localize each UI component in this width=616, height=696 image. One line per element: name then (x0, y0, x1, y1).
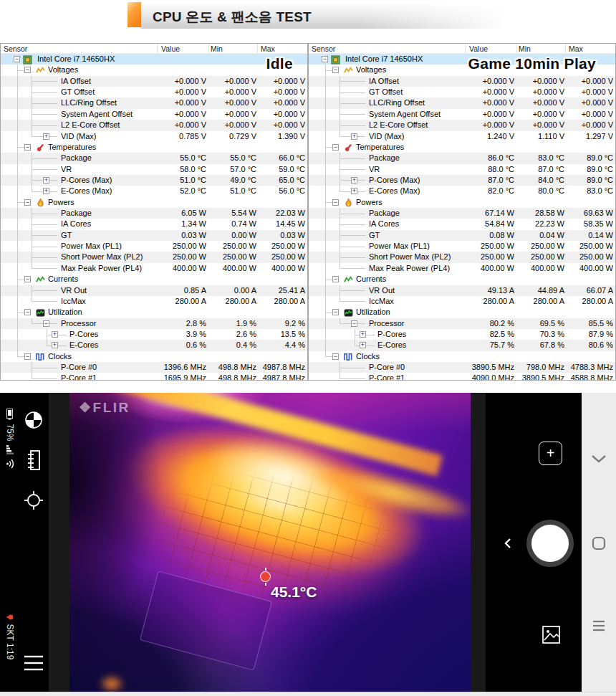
nav-recents-button[interactable] (582, 620, 616, 631)
sensor-row[interactable]: VR88.0 °C87.0 °C89.0 °C (309, 164, 615, 175)
col-divider[interactable] (208, 44, 209, 53)
sensor-row[interactable]: L2 E-Core Offset+0.000 V+0.000 V+0.000 V (309, 120, 615, 130)
expand-icon[interactable]: + (351, 133, 357, 140)
expand-icon[interactable]: + (351, 188, 357, 194)
sensor-row[interactable]: +VID (Max)0.785 V0.729 V1.390 V (1, 131, 307, 142)
sensor-row[interactable]: +P-Cores3.9 %2.6 %13.5 % (1, 329, 307, 340)
collapse-icon[interactable]: − (14, 56, 20, 62)
sensor-row[interactable]: −Clocks (309, 351, 615, 362)
menu-button[interactable] (24, 655, 43, 674)
sensor-row[interactable]: IA Offset+0.000 V+0.000 V+0.000 V (309, 76, 615, 87)
sensor-row[interactable]: −Utilization (1, 307, 307, 318)
sensor-row[interactable]: GT Offset+0.000 V+0.000 V+0.000 V (309, 87, 615, 97)
sensor-row[interactable]: IccMax280.00 A280.00 A280.00 A (309, 296, 615, 307)
sensor-row[interactable]: IA Offset+0.000 V+0.000 V+0.000 V (1, 76, 307, 87)
sensor-row[interactable]: P-Core #03890.5 MHz798.0 MHz4788.3 MHz (309, 362, 615, 373)
sensor-row[interactable]: System Agent Offset+0.000 V+0.000 V+0.00… (309, 109, 615, 120)
sensor-row[interactable]: +E-Cores0.6 %0.4 %4.4 % (1, 340, 307, 351)
nav-home-button[interactable] (582, 536, 616, 550)
sensor-row[interactable]: GT0.03 W0.00 W0.03 W (1, 230, 307, 241)
sensor-row[interactable]: Power Max (PL1)250.00 W250.00 W250.00 W (309, 241, 615, 252)
col-value[interactable]: Value (469, 44, 488, 53)
sensor-row[interactable]: +E-Cores (Max)52.0 °C51.0 °C56.0 °C (1, 186, 307, 196)
sensor-row[interactable]: −Powers (309, 197, 615, 208)
sensor-row[interactable]: +P-Cores (Max)51.0 °C49.0 °C65.0 °C (1, 175, 307, 186)
sensor-row[interactable]: System Agent Offset+0.000 V+0.000 V+0.00… (1, 109, 307, 120)
sensor-row[interactable]: Power Max (PL1)250.00 W250.00 W250.00 W (1, 241, 307, 252)
collapse-icon[interactable]: − (332, 276, 339, 282)
sensor-row[interactable]: P-Core #11695.9 MHz498.8 MHz4987.8 MHz (1, 373, 307, 380)
sensor-row[interactable]: +E-Cores75.7 %67.8 %80.6 % (309, 340, 615, 351)
col-divider[interactable] (157, 44, 158, 53)
collapse-icon[interactable]: − (24, 309, 31, 315)
sensor-row[interactable]: P-Core #14090.0 MHz3890.5 MHz4588.8 MHz (309, 373, 615, 380)
sensor-row[interactable]: Package67.14 W28.58 W69.63 W (309, 208, 615, 219)
col-max[interactable]: Max (261, 44, 275, 53)
sensor-row[interactable]: LLC/Ring Offset+0.000 V+0.000 V+0.000 V (309, 97, 615, 108)
sensor-row[interactable]: Package86.0 °C83.0 °C89.0 °C (309, 153, 615, 163)
sensor-row[interactable]: −Temperatures (1, 142, 307, 153)
sensor-row[interactable]: +P-Cores82.5 %70.3 %87.9 % (309, 329, 615, 340)
sensor-row[interactable]: +VID (Max)1.240 V1.110 V1.297 V (309, 131, 615, 142)
shutter-button[interactable] (526, 520, 574, 567)
measure-scale-button[interactable] (26, 449, 42, 474)
col-sensor[interactable]: Sensor (312, 44, 335, 53)
collapse-icon[interactable]: − (332, 67, 339, 73)
sensor-row[interactable]: −Currents (309, 274, 615, 285)
gallery-button[interactable] (542, 625, 561, 647)
chevron-left-icon[interactable] (504, 538, 511, 552)
sensor-row[interactable]: +P-Cores (Max)87.0 °C84.0 °C89.0 °C (309, 175, 615, 186)
sensor-row[interactable]: −Intel Core i7 14650HX (1, 54, 307, 65)
sensor-row[interactable]: Short Power Max (PL2)250.00 W250.00 W250… (1, 252, 307, 262)
sensor-row[interactable]: Short Power Max (PL2)250.00 W250.00 W250… (309, 252, 615, 262)
expand-icon[interactable]: + (43, 188, 49, 194)
sensor-row[interactable]: −Utilization (309, 307, 615, 318)
collapse-icon[interactable]: − (43, 320, 49, 327)
collapse-icon[interactable]: − (24, 353, 31, 360)
col-divider[interactable] (565, 44, 566, 53)
spot-meter-marker[interactable] (260, 571, 271, 582)
sensor-row[interactable]: LLC/Ring Offset+0.000 V+0.000 V+0.000 V (1, 97, 307, 108)
sensor-row[interactable]: VR Out0.85 A0.00 A25.41 A (1, 285, 307, 296)
sensor-row[interactable]: −Temperatures (309, 142, 615, 153)
nav-hide-button[interactable] (582, 454, 616, 463)
expand-icon[interactable]: + (43, 133, 49, 140)
sensor-row[interactable]: GT Offset+0.000 V+0.000 V+0.000 V (1, 87, 307, 97)
col-min[interactable]: Min (519, 44, 531, 53)
sensor-row[interactable]: Max Peak Power (PL4)400.00 W400.00 W400.… (309, 263, 615, 274)
col-max[interactable]: Max (569, 44, 583, 53)
sensor-row[interactable]: +E-Cores (Max)82.0 °C80.0 °C83.0 °C (309, 186, 615, 196)
sensor-row[interactable]: Package55.0 °C55.0 °C66.0 °C (1, 153, 307, 163)
palette-button[interactable] (24, 411, 43, 432)
spot-meter-button[interactable] (24, 490, 44, 513)
sensor-row[interactable]: IA Cores1.34 W0.74 W14.45 W (1, 219, 307, 229)
collapse-icon[interactable]: − (332, 199, 339, 206)
expand-icon[interactable]: + (351, 177, 357, 183)
collapse-icon[interactable]: − (332, 309, 339, 315)
sensor-row[interactable]: −Clocks (1, 351, 307, 362)
expand-icon[interactable]: + (43, 177, 49, 183)
sensor-row[interactable]: GT0.08 W0.04 W0.14 W (309, 230, 615, 241)
sensor-row[interactable]: −Currents (1, 274, 307, 285)
sensor-row[interactable]: −Processor2.8 %1.9 %9.2 % (1, 318, 307, 329)
col-min[interactable]: Min (211, 44, 223, 53)
sensor-row[interactable]: VR58.0 °C57.0 °C59.0 °C (1, 164, 307, 175)
sensor-row[interactable]: IccMax280.00 A280.00 A280.00 A (1, 296, 307, 307)
collapse-icon[interactable]: − (322, 56, 328, 62)
col-divider[interactable] (465, 44, 466, 53)
sensor-row[interactable]: L2 E-Core Offset+0.000 V+0.000 V+0.000 V (1, 120, 307, 130)
expand-icon[interactable]: + (360, 342, 366, 348)
collapse-icon[interactable]: − (24, 67, 31, 73)
col-divider[interactable] (516, 44, 517, 53)
col-sensor[interactable]: Sensor (4, 44, 27, 53)
collapse-icon[interactable]: − (332, 144, 339, 151)
sensor-row[interactable]: −Voltages (1, 65, 307, 75)
col-divider[interactable] (257, 44, 258, 53)
expand-icon[interactable]: + (360, 331, 366, 338)
sensor-row[interactable]: Max Peak Power (PL4)400.00 W400.00 W400.… (1, 263, 307, 274)
collapse-icon[interactable]: − (24, 144, 31, 151)
collapse-icon[interactable]: − (24, 199, 31, 206)
collapse-icon[interactable]: − (24, 276, 31, 282)
expand-icon[interactable]: + (52, 342, 58, 348)
sensor-row[interactable]: VR Out49.13 A44.89 A66.07 A (309, 285, 615, 296)
